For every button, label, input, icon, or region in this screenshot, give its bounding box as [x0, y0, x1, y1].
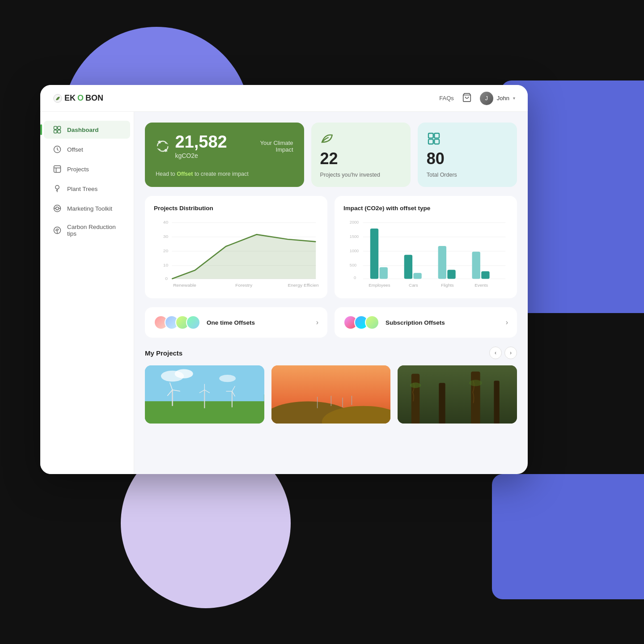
bar-chart-card: Impact (CO2e) with offset type 2000 1500… — [335, 196, 517, 298]
cart-button[interactable] — [462, 93, 472, 104]
projects-invested-card: 22 Projects you'hv invested — [311, 123, 411, 187]
svg-text:500: 500 — [350, 263, 356, 267]
charts-row: Projects Distribution 40 30 20 10 0 — [145, 196, 517, 298]
svg-rect-86 — [494, 381, 500, 424]
svg-rect-7 — [54, 166, 61, 173]
stat-main-top: 21,582 kgCO2e Your Climate Impact — [156, 132, 293, 160]
svg-point-61 — [175, 369, 193, 379]
svg-point-87 — [410, 382, 421, 388]
svg-rect-85 — [471, 372, 480, 424]
svg-rect-51 — [447, 270, 455, 279]
project-card-3[interactable] — [398, 365, 517, 424]
svg-text:10: 10 — [163, 263, 169, 267]
svg-rect-46 — [370, 229, 378, 279]
climate-impact-card: 21,582 kgCO2e Your Climate Impact Head t… — [145, 123, 304, 187]
svg-rect-22 — [434, 139, 439, 144]
sidebar-item-dashboard[interactable]: Dashboard — [44, 121, 130, 139]
one-time-offsets-label: One time Offsets — [207, 319, 255, 326]
faq-link[interactable]: FAQs — [439, 95, 454, 102]
prev-arrow-button[interactable]: ‹ — [489, 347, 502, 359]
svg-rect-53 — [481, 271, 489, 279]
dashboard-icon — [53, 125, 62, 134]
carbon-reduction-icon — [53, 226, 62, 235]
my-projects-section: My Projects ‹ › — [145, 347, 517, 424]
subscription-offsets-left: Subscription Offsets — [343, 315, 445, 330]
area-chart-area: 40 30 20 10 0 — [154, 218, 318, 289]
my-projects-title: My Projects — [145, 349, 182, 357]
chevron-down-icon: ▾ — [513, 96, 515, 101]
svg-rect-2 — [54, 127, 57, 130]
leaf-icon — [320, 131, 335, 146]
orders-value: 80 — [427, 149, 508, 168]
sidebar-label-carbon: Carbon Reduction tips — [67, 224, 121, 237]
sidebar-label-offset: Offset — [67, 146, 83, 153]
svg-text:0: 0 — [165, 276, 168, 281]
cart-icon — [462, 93, 472, 102]
area-chart-card: Projects Distribution 40 30 20 10 0 — [145, 196, 327, 298]
bar-chart-svg: 2000 1500 1000 500 0 — [343, 218, 508, 289]
climate-unit: kgCO2e — [175, 152, 198, 159]
svg-text:Renewable: Renewable — [173, 283, 196, 288]
sidebar-label-dashboard: Dashboard — [67, 127, 99, 133]
app-window: EKOBON FAQs J John ▾ — [40, 85, 528, 474]
main-content: 21,582 kgCO2e Your Climate Impact Head t… — [134, 112, 528, 474]
svg-rect-48 — [404, 255, 412, 279]
recycle-icon — [156, 138, 169, 154]
projects-grid — [145, 365, 517, 424]
orders-icon — [427, 131, 441, 146]
app-body: Dashboard Offset Projects — [40, 112, 528, 474]
sidebar-label-projects: Projects — [67, 166, 89, 173]
logo-text-bon: BON — [85, 93, 103, 103]
subscription-offsets-card[interactable]: Subscription Offsets › — [335, 307, 517, 338]
user-menu[interactable]: J John ▾ — [480, 92, 515, 105]
svg-point-10 — [55, 186, 59, 189]
project-card-2[interactable] — [271, 365, 391, 424]
one-time-offsets-card[interactable]: One time Offsets › — [145, 307, 327, 338]
projects-header: My Projects ‹ › — [145, 347, 517, 359]
sidebar-item-projects[interactable]: Projects — [44, 160, 130, 178]
svg-rect-4 — [54, 130, 57, 133]
one-time-avatars — [154, 315, 200, 330]
climate-title: Your Climate Impact — [248, 140, 293, 153]
bar-chart-title: Impact (CO2e) with offset type — [343, 205, 508, 212]
nav-arrows: ‹ › — [489, 347, 517, 359]
marketing-icon — [53, 204, 62, 213]
logo-icon — [53, 93, 63, 103]
project-1-image — [145, 365, 264, 424]
projects-icon — [53, 165, 62, 174]
app-logo: EKOBON — [53, 93, 103, 103]
svg-rect-83 — [411, 374, 419, 424]
sub-avatar-3 — [365, 315, 379, 330]
svg-rect-50 — [438, 246, 446, 279]
app-header: EKOBON FAQs J John ▾ — [40, 85, 528, 112]
plant-trees-icon — [53, 184, 62, 193]
svg-text:2000: 2000 — [350, 220, 359, 225]
offset-link[interactable]: Offset — [177, 171, 193, 177]
offsets-row: One time Offsets › Subscription Offsets … — [145, 307, 517, 338]
project-2-image — [271, 365, 391, 424]
svg-text:Forestry: Forestry — [235, 283, 252, 288]
one-time-chevron-icon: › — [316, 318, 318, 326]
climate-sub: Head to Offset to create more impact — [156, 171, 293, 177]
orders-label: Total Orders — [427, 172, 508, 178]
svg-rect-52 — [472, 252, 480, 279]
svg-text:Cars: Cars — [409, 283, 418, 288]
svg-text:Flights: Flights — [441, 283, 454, 288]
sidebar-item-plant-trees[interactable]: Plant Trees — [44, 180, 130, 198]
svg-text:40: 40 — [163, 220, 169, 225]
svg-point-88 — [469, 380, 482, 386]
svg-text:Energy Efficiency: Energy Efficiency — [288, 283, 318, 288]
stats-row: 21,582 kgCO2e Your Climate Impact Head t… — [145, 123, 517, 187]
subscription-chevron-icon: › — [506, 318, 508, 326]
project-card-1[interactable] — [145, 365, 264, 424]
bg-rect-bottom-right — [492, 474, 644, 599]
sidebar-item-offset[interactable]: Offset — [44, 140, 130, 158]
svg-point-14 — [56, 207, 59, 210]
svg-rect-3 — [58, 127, 61, 130]
sidebar-item-carbon-reduction[interactable]: Carbon Reduction tips — [44, 219, 130, 242]
total-orders-card: 80 Total Orders — [418, 123, 517, 187]
next-arrow-button[interactable]: › — [504, 347, 517, 359]
sidebar-item-marketing[interactable]: Marketing Toolkit — [44, 199, 130, 217]
svg-rect-47 — [380, 267, 388, 279]
svg-rect-5 — [58, 130, 61, 133]
